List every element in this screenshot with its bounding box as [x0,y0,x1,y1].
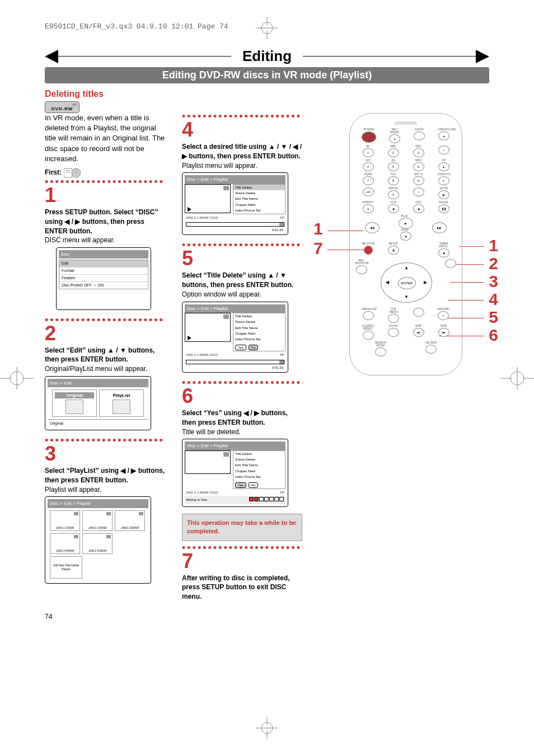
rec-otr-button[interactable] [364,246,373,255]
menu-item[interactable]: Chapter Mark [233,202,285,208]
setup-button[interactable]: ◉ [388,246,399,255]
remote-row: PQRS7 TUV8 WXYZ9 VIDEO/TV▾ [355,173,456,185]
menu-item[interactable]: Edit Title Name [233,462,285,468]
footer-left: JAN/ 1 1:00AM CH12 [186,353,218,357]
menu-item[interactable]: Disc Protect OFF → ON [59,282,148,289]
tab-playlist[interactable]: PlayList [99,389,144,417]
video-tv-button[interactable]: ▾ [438,176,449,185]
menu-item[interactable]: Title Delete [233,451,285,457]
menu-item[interactable]: Finalize [59,275,148,282]
menu-item[interactable]: Edit Title Name [233,196,285,201]
banner-line [303,56,476,57]
step-6-instruction: Select “Yes” using ◀ / ▶ buttons, then p… [182,408,302,428]
dot-button[interactable]: • [438,145,449,154]
video-preview [185,184,231,213]
menu-item[interactable]: Scene Delete [233,190,285,196]
btn-label: SEARCH MODE [374,341,387,347]
num-7-button[interactable]: 7 [363,176,374,185]
thumbnail[interactable]: JAN/1 1:00AM [50,510,80,531]
yes-button[interactable]: Yes [235,482,246,488]
stop-button[interactable]: ■ [400,232,411,241]
thumbnail[interactable]: JAN/1 2:00AM [82,510,113,531]
side-button[interactable] [445,259,456,268]
menu-item[interactable]: Scene Delete [233,319,285,325]
tab-label: Original [55,392,94,398]
menu-item[interactable]: Title Delete [233,313,285,319]
rec-speed-button[interactable]: ● [389,134,400,143]
num-0-button[interactable]: 0 [388,190,399,199]
cm-skip-button[interactable] [425,345,437,354]
return-button[interactable]: ↩ [438,311,449,320]
menu-item[interactable]: Chapter Mark [233,331,285,336]
clear-button[interactable] [363,331,374,340]
play-button[interactable]: ▶ [399,218,413,229]
dvd-button[interactable]: ◉ [413,204,424,213]
screen-footer: Original [48,419,148,428]
skip-back-button[interactable]: ⏮ [413,328,424,337]
banner-arrow-left [45,50,58,63]
menu-item[interactable]: Scene Delete [233,457,285,462]
num-1-button[interactable]: 1 [363,148,374,157]
num-5-button[interactable]: 5 [388,162,399,171]
open-close-button[interactable]: ▲ [438,132,449,140]
menu-item[interactable]: Chapter Mark [233,468,285,474]
rec-monitor-button[interactable] [356,265,367,274]
display-button[interactable]: ● [363,204,374,213]
play-stop-group: PLAY ▶ STOP ■ [399,215,413,241]
num-6-button[interactable]: 6 [413,162,424,171]
vcr-button[interactable]: ◉ [388,204,399,213]
button[interactable] [413,308,424,317]
menu-item[interactable]: Index Picture Set [233,208,285,213]
right-button[interactable]: ▶ [421,280,429,285]
num-2-button[interactable]: 2 [388,148,399,157]
remote-row: @!1 ABC2 DEF3 • [355,145,456,157]
left-button[interactable]: ◀ [383,280,391,285]
title-menu-list: Title Delete Scene Delete Edit Title Nam… [233,184,285,214]
yes-button[interactable]: Yes [235,345,246,350]
thumbnail[interactable]: JAN/1 5:00AM [82,533,113,554]
btn-label: WXYZ [413,173,425,176]
menu-item[interactable]: Edit Title Name [233,325,285,331]
thumbnail-add-new[interactable]: Add New Title Delete Playlist [50,556,82,579]
pause-button[interactable]: ❚❚ [438,204,449,213]
audio-button[interactable] [414,132,425,140]
top-menu-button[interactable] [388,314,399,323]
menu-item[interactable]: Edit [59,260,148,267]
search-mode-button[interactable] [375,348,386,356]
up-button[interactable]: ▲ [402,265,410,271]
thumbnail[interactable]: JAN/1 3:00AM [115,510,145,531]
dot-button[interactable]: • [413,187,424,196]
menu-item[interactable]: Title Delete [233,185,285,190]
menu-item[interactable]: Format [59,267,148,275]
timer-prog-button[interactable]: ◉ [438,248,449,257]
step-number-2: 2 [45,323,165,344]
skip-fwd-button[interactable]: ⏭ [438,328,449,337]
down-button[interactable]: ▼ [402,294,410,300]
rewind-button[interactable]: ◀◀ [365,222,380,233]
zoom-button[interactable] [388,328,399,337]
power-button[interactable] [362,132,376,143]
plus-10-button[interactable]: +10 [363,187,374,196]
num-8-button[interactable]: 8 [388,176,399,185]
crop-mark-top [256,17,278,39]
btn-label: MNO [413,159,425,162]
note-box: This operation may take a while to be co… [182,514,302,541]
tab-original[interactable]: Original [52,389,97,417]
menu-item[interactable]: Index Picture Set [233,474,285,480]
num-3-button[interactable]: 3 [413,148,424,157]
no-button[interactable]: No [249,345,259,350]
num-4-button[interactable]: 4 [363,162,374,171]
enter-button[interactable]: ENTER [398,277,416,289]
menu-item[interactable]: Index Picture Set [233,336,285,342]
num-9-button[interactable]: 9 [413,176,424,185]
forward-button[interactable]: ▶▶ [432,222,447,233]
menu-list-button[interactable] [363,311,374,320]
thumbnail[interactable]: JAN/1 4:00AM [50,533,80,554]
corner-icon [223,452,229,457]
crop-mark-left [0,361,34,395]
dotted-separator: • • • • • • • • • • • • • • • • • • • • … [182,379,302,386]
btn-label: REC. MONITOR [355,259,368,265]
slow-button[interactable]: ▶ [438,190,449,199]
no-button[interactable]: No [249,482,259,488]
ch-up-button[interactable]: ▲ [438,162,449,171]
